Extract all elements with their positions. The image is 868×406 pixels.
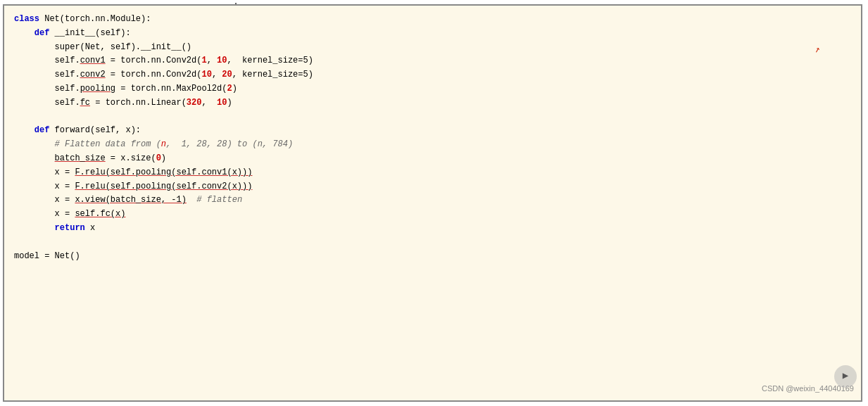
code-line-conv1: self.conv1 = torch.nn.Conv2d(1, 10, kern… [14, 54, 851, 68]
code-line-relu1: x = F.relu(self.pooling(self.conv1(x))) [14, 166, 851, 180]
code-line-conv2: self.conv2 = torch.nn.Conv2d(10, 20, ker… [14, 68, 851, 82]
code-line-class: class Net(torch.nn.Module): [14, 13, 851, 27]
code-line-init: def __init__(self): [14, 27, 851, 41]
code-line-fc-call: x = self.fc(x) [14, 208, 851, 222]
code-line-view: x = x.view(batch_size, -1) # flatten [14, 194, 851, 208]
code-line-model: model = Net() [14, 250, 851, 264]
code-line-batchsize: batch_size = x.size(0) [14, 152, 851, 166]
code-area: class Net(torch.nn.Module): def __init__… [3, 4, 862, 402]
play-button[interactable]: ▶ [834, 365, 857, 388]
code-line-relu2: x = F.relu(self.pooling(self.conv2(x))) [14, 180, 851, 194]
code-line-forward: def forward(self, x): [14, 124, 851, 138]
code-line-return: return x [14, 222, 851, 236]
code-line-fc: self.fc = torch.nn.Linear(320, 10) [14, 96, 851, 110]
code-line-super: super(Net, self).__init__() [14, 41, 851, 55]
code-line-pooling: self.pooling = torch.nn.MaxPool2d(2) [14, 82, 851, 96]
code-line-blank1 [14, 110, 851, 125]
code-line-blank2 [14, 236, 851, 250]
code-line-comment: # Flatten data from (n, 1, 28, 28) to (n… [14, 138, 851, 152]
